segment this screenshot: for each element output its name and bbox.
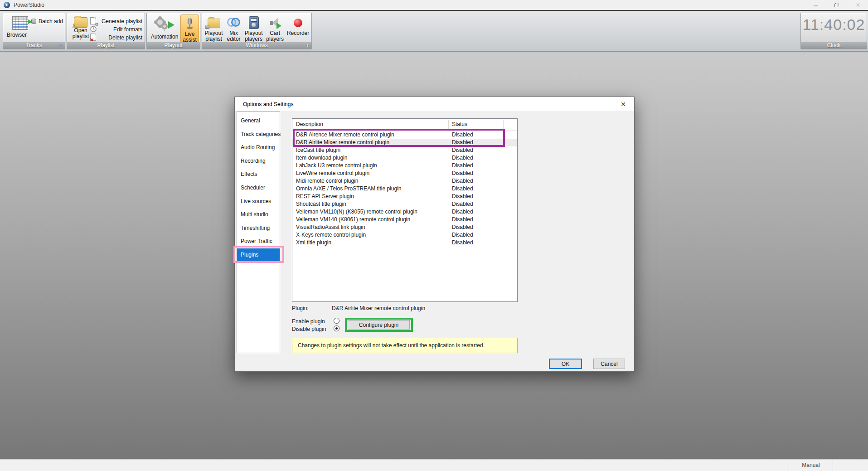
- generate-playlist-button[interactable]: Generate playlist: [90, 17, 142, 25]
- plugin-status: Disabled: [452, 239, 473, 247]
- automation-button[interactable]: Automation: [148, 17, 181, 45]
- plugin-description: Velleman VM110(N) (K8055) remote control…: [296, 208, 417, 216]
- plugin-status: Disabled: [452, 131, 473, 139]
- plugin-label: Plugin:: [292, 305, 309, 311]
- browser-label: Browser: [7, 32, 27, 38]
- plugin-row[interactable]: D&R Airence Mixer remote control pluginD…: [292, 131, 517, 139]
- delete-playlist-icon: ✕: [90, 34, 97, 41]
- plugin-row[interactable]: LiveWire remote control pluginDisabled: [292, 170, 517, 177]
- plugin-row[interactable]: Xml title pluginDisabled: [292, 239, 517, 247]
- plugin-description: LiveWire remote control plugin: [296, 170, 369, 177]
- minimize-button[interactable]: [805, 0, 826, 10]
- enable-plugin-label: Enable plugin: [292, 318, 325, 325]
- sidebar-item-timeshifting[interactable]: Timeshifting: [237, 222, 280, 235]
- dialog-close-button[interactable]: ✕: [619, 100, 628, 109]
- settings-sidebar: GeneralTrack categoriesAudio RoutingReco…: [237, 111, 280, 353]
- plugin-row[interactable]: D&R Airlite Mixer remote control pluginD…: [292, 139, 517, 146]
- cart-players-button[interactable]: Cart players: [264, 15, 286, 43]
- sidebar-item-scheduler[interactable]: Scheduler: [237, 181, 280, 195]
- delete-playlist-label: Delete playlist: [97, 34, 142, 41]
- windows-expand-button[interactable]: +: [306, 42, 309, 49]
- plugin-row[interactable]: REST API Server pluginDisabled: [292, 193, 517, 200]
- recorder-button[interactable]: Recorder: [286, 15, 310, 43]
- windows-group-label: Windows +: [202, 42, 311, 49]
- sidebar-item-audio-routing[interactable]: Audio Routing: [237, 141, 280, 155]
- playlist-group-label: Playlist: [67, 42, 145, 49]
- playout-players-label: Playout players: [243, 30, 264, 42]
- playout-group-label: Playout: [147, 42, 200, 49]
- app-title: PowerStudio: [14, 2, 44, 8]
- batch-add-label: Batch add: [39, 18, 63, 24]
- plugin-row[interactable]: X-Keys remote control pluginDisabled: [292, 231, 517, 239]
- batch-add-icon: [28, 18, 37, 25]
- sidebar-item-multi-studio[interactable]: Multi studio: [237, 208, 280, 222]
- close-button[interactable]: [847, 0, 868, 10]
- column-header-description[interactable]: Description: [296, 121, 323, 127]
- close-icon: [855, 2, 860, 8]
- plugin-description: Xml title plugin: [296, 239, 331, 247]
- column-header-status[interactable]: Status: [452, 121, 467, 127]
- plugin-row[interactable]: VisualRadioAssist link pluginDisabled: [292, 223, 517, 231]
- powerstudio-window: PowerStudio Browser Batch add: [0, 0, 868, 471]
- plugin-row[interactable]: LabJack U3 remote control pluginDisabled: [292, 162, 517, 170]
- playout-players-icon: [249, 15, 259, 30]
- sidebar-item-live-sources[interactable]: Live sources: [237, 195, 280, 209]
- playout-playlist-button[interactable]: Playout playlist: [203, 15, 224, 43]
- mix-editor-button[interactable]: Mix editor: [224, 15, 243, 43]
- workspace-background: Options and Settings ✕ GeneralTrack cate…: [0, 52, 868, 459]
- mix-editor-icon: [227, 15, 241, 30]
- title-bar: PowerStudio: [0, 0, 868, 10]
- generate-playlist-label: Generate playlist: [97, 18, 142, 24]
- automation-label: Automation: [151, 34, 179, 40]
- edit-formats-clock-icon: [90, 25, 97, 33]
- disable-plugin-radio[interactable]: [334, 325, 339, 331]
- cancel-button[interactable]: Cancel: [593, 359, 625, 369]
- ok-button[interactable]: OK: [549, 359, 582, 369]
- edit-formats-button[interactable]: Edit formats: [90, 25, 142, 33]
- clock-time: 11:40:02: [801, 16, 867, 34]
- sidebar-item-effects[interactable]: Effects: [237, 168, 280, 181]
- recorder-icon: [294, 15, 302, 30]
- disable-plugin-label: Disable plugin: [292, 326, 326, 332]
- tracks-expand-button[interactable]: +: [59, 42, 63, 49]
- plugin-row[interactable]: Shoutcast title pluginDisabled: [292, 200, 517, 208]
- sidebar-item-general[interactable]: General: [237, 114, 280, 128]
- playout-playlist-label: Playout playlist: [203, 30, 224, 42]
- restore-button[interactable]: [826, 0, 847, 10]
- plugin-description: Velleman VM140 (K8061) remote control pl…: [296, 216, 410, 223]
- plugin-description: Midi remote control plugin: [296, 177, 358, 185]
- delete-playlist-button[interactable]: ✕ Delete playlist: [90, 34, 142, 41]
- plugin-description: Shoutcast title plugin: [296, 200, 346, 208]
- plugin-description: REST API Server plugin: [296, 193, 354, 200]
- batch-add-button[interactable]: Batch add: [28, 17, 63, 26]
- ribbon-group-playout: Automation Live assist Playout: [146, 13, 200, 49]
- plugin-row[interactable]: Velleman VM140 (K8061) remote control pl…: [292, 216, 517, 223]
- plugin-row[interactable]: Omnia A/XE / Telos ProSTREAM title plugi…: [292, 185, 517, 193]
- plugin-description: Omnia A/XE / Telos ProSTREAM title plugi…: [296, 185, 402, 193]
- plugin-status: Disabled: [452, 216, 473, 223]
- sidebar-item-power-traffic[interactable]: Power Traffic: [237, 235, 280, 248]
- plugin-row[interactable]: IceCast title pluginDisabled: [292, 146, 517, 154]
- ribbon-group-windows: Playout playlist Mix editor Playout play…: [202, 13, 312, 49]
- plugin-row[interactable]: Velleman VM110(N) (K8055) remote control…: [292, 208, 517, 216]
- configure-plugin-button[interactable]: Configure plugin: [348, 320, 410, 330]
- open-playlist-label: Open playlist: [69, 28, 92, 39]
- enable-plugin-radio[interactable]: [334, 318, 339, 324]
- plugin-row[interactable]: Item download pluginDisabled: [292, 154, 517, 162]
- sidebar-item-recording[interactable]: Recording: [237, 155, 280, 168]
- plugin-status: Disabled: [452, 208, 473, 216]
- plugin-row[interactable]: Midi remote control pluginDisabled: [292, 177, 517, 185]
- sidebar-item-plugins[interactable]: Plugins: [237, 248, 280, 262]
- plugin-status: Disabled: [452, 146, 473, 154]
- plugin-status: Disabled: [452, 177, 473, 185]
- edit-formats-label: Edit formats: [97, 26, 142, 33]
- automation-gears-icon: [155, 17, 175, 33]
- playout-players-button[interactable]: Playout players: [243, 15, 264, 43]
- status-mode: Manual: [789, 460, 833, 471]
- restore-icon: [834, 2, 839, 8]
- recorder-label: Recorder: [287, 30, 309, 36]
- browser-grid-icon: [12, 16, 28, 30]
- sidebar-item-track-categories[interactable]: Track categories: [237, 128, 280, 141]
- ribbon-toolbar: Browser Batch add Tracks + ♪ Open playli…: [0, 10, 868, 52]
- dialog-title-bar: Options and Settings ✕: [235, 97, 634, 111]
